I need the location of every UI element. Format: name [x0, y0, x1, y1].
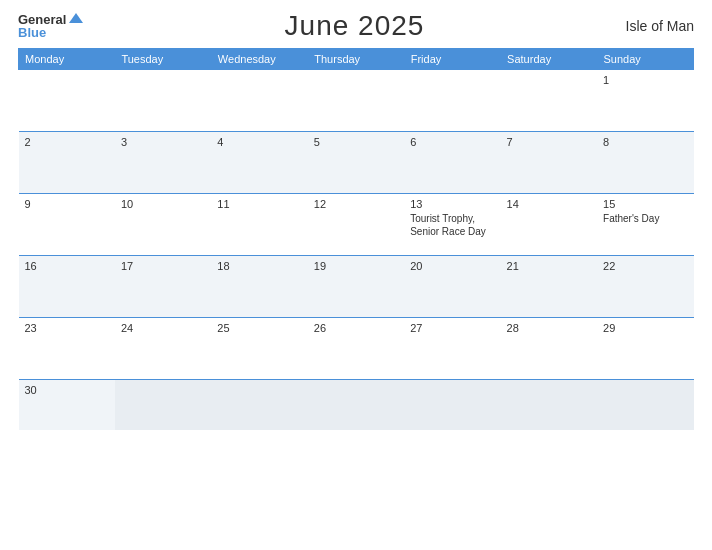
calendar-cell: 26 [308, 318, 404, 380]
day-number: 27 [410, 322, 494, 334]
calendar-week-row: 23242526272829 [19, 318, 694, 380]
day-number: 5 [314, 136, 398, 148]
calendar-cell: 4 [211, 132, 307, 194]
col-sunday: Sunday [597, 49, 693, 70]
logo-triangle-icon [69, 13, 83, 23]
day-number: 4 [217, 136, 301, 148]
calendar-cell: 29 [597, 318, 693, 380]
calendar-cell: 17 [115, 256, 211, 318]
logo-blue-text: Blue [18, 26, 46, 39]
calendar-cell [115, 70, 211, 132]
day-number: 29 [603, 322, 687, 334]
day-number: 16 [25, 260, 109, 272]
day-number: 26 [314, 322, 398, 334]
day-number: 8 [603, 136, 687, 148]
day-number: 21 [507, 260, 591, 272]
calendar-cell: 27 [404, 318, 500, 380]
day-number: 20 [410, 260, 494, 272]
calendar-cell: 12 [308, 194, 404, 256]
day-number: 9 [25, 198, 109, 210]
calendar-cell [308, 380, 404, 430]
calendar-cell: 28 [501, 318, 597, 380]
header: General Blue June 2025 Isle of Man [18, 10, 694, 42]
day-number: 7 [507, 136, 591, 148]
calendar-cell: 14 [501, 194, 597, 256]
calendar-cell: 19 [308, 256, 404, 318]
calendar-cell: 21 [501, 256, 597, 318]
calendar-cell [501, 70, 597, 132]
logo: General Blue [18, 13, 83, 39]
calendar-cell [404, 70, 500, 132]
day-number: 30 [25, 384, 109, 396]
day-number: 1 [603, 74, 687, 86]
calendar-week-row: 30 [19, 380, 694, 430]
month-title: June 2025 [285, 10, 425, 42]
calendar-cell: 8 [597, 132, 693, 194]
calendar-cell: 22 [597, 256, 693, 318]
calendar-cell: 10 [115, 194, 211, 256]
calendar-week-row: 2345678 [19, 132, 694, 194]
calendar-header-row: Monday Tuesday Wednesday Thursday Friday… [19, 49, 694, 70]
calendar-cell [115, 380, 211, 430]
day-number: 14 [507, 198, 591, 210]
calendar-cell: 23 [19, 318, 115, 380]
calendar-cell [308, 70, 404, 132]
day-number: 13 [410, 198, 494, 210]
calendar-cell: 25 [211, 318, 307, 380]
day-number: 6 [410, 136, 494, 148]
calendar-cell: 18 [211, 256, 307, 318]
calendar-cell [501, 380, 597, 430]
day-number: 12 [314, 198, 398, 210]
col-monday: Monday [19, 49, 115, 70]
day-number: 18 [217, 260, 301, 272]
day-number: 22 [603, 260, 687, 272]
day-number: 15 [603, 198, 687, 210]
calendar-cell: 20 [404, 256, 500, 318]
calendar-week-row: 1 [19, 70, 694, 132]
calendar-cell [211, 70, 307, 132]
calendar-cell: 7 [501, 132, 597, 194]
calendar-table: Monday Tuesday Wednesday Thursday Friday… [18, 48, 694, 430]
calendar-cell: 16 [19, 256, 115, 318]
day-number: 23 [25, 322, 109, 334]
day-number: 24 [121, 322, 205, 334]
region-label: Isle of Man [626, 18, 694, 34]
event-text: Tourist Trophy, [410, 213, 475, 224]
event-text: Senior Race Day [410, 226, 486, 237]
calendar-cell: 30 [19, 380, 115, 430]
day-number: 17 [121, 260, 205, 272]
calendar-cell: 6 [404, 132, 500, 194]
col-tuesday: Tuesday [115, 49, 211, 70]
event-text: Father's Day [603, 213, 659, 224]
calendar-cell: 13Tourist Trophy,Senior Race Day [404, 194, 500, 256]
calendar-cell [597, 380, 693, 430]
day-number: 19 [314, 260, 398, 272]
calendar-cell: 2 [19, 132, 115, 194]
calendar-cell [19, 70, 115, 132]
day-number: 28 [507, 322, 591, 334]
calendar-cell [211, 380, 307, 430]
calendar-cell: 24 [115, 318, 211, 380]
calendar-page: General Blue June 2025 Isle of Man Monda… [0, 0, 712, 550]
day-number: 3 [121, 136, 205, 148]
calendar-week-row: 16171819202122 [19, 256, 694, 318]
calendar-cell: 9 [19, 194, 115, 256]
calendar-cell: 11 [211, 194, 307, 256]
day-number: 10 [121, 198, 205, 210]
day-number: 2 [25, 136, 109, 148]
day-number: 25 [217, 322, 301, 334]
calendar-week-row: 910111213Tourist Trophy,Senior Race Day1… [19, 194, 694, 256]
calendar-cell: 15Father's Day [597, 194, 693, 256]
calendar-cell: 5 [308, 132, 404, 194]
col-friday: Friday [404, 49, 500, 70]
col-saturday: Saturday [501, 49, 597, 70]
calendar-cell: 1 [597, 70, 693, 132]
col-thursday: Thursday [308, 49, 404, 70]
col-wednesday: Wednesday [211, 49, 307, 70]
day-number: 11 [217, 198, 301, 210]
calendar-cell [404, 380, 500, 430]
calendar-cell: 3 [115, 132, 211, 194]
